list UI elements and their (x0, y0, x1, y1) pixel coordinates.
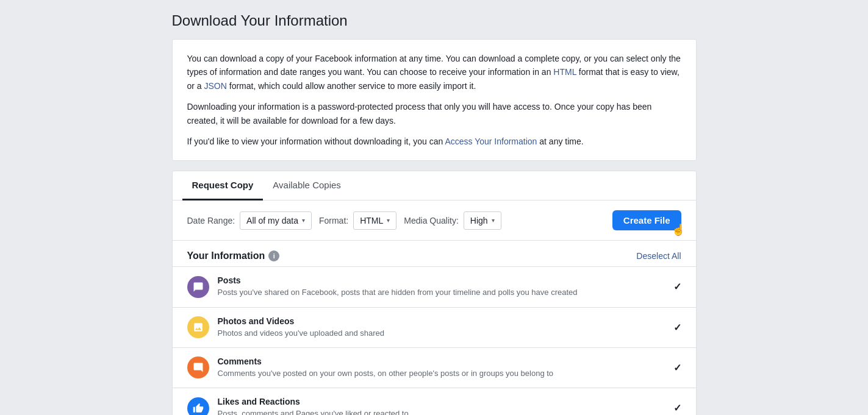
create-file-button[interactable]: Create File (612, 210, 681, 230)
tab-request-copy[interactable]: Request Copy (182, 171, 264, 200)
media-quality-label: Media Quality: (404, 216, 458, 225)
media-quality-chevron-icon: ▾ (492, 217, 495, 224)
format-chevron-icon: ▾ (387, 217, 390, 224)
tabs-container: Request Copy Available Copies (173, 171, 696, 200)
deselect-all-link[interactable]: Deselect All (636, 251, 681, 261)
info-paragraph-3: If you'd like to view your information w… (187, 135, 681, 148)
format-group: Format: HTML ▾ (319, 211, 396, 230)
posts-checkmark[interactable]: ✓ (673, 281, 681, 293)
likes-reactions-checkmark[interactable]: ✓ (673, 402, 681, 414)
date-range-chevron-icon: ▾ (302, 217, 305, 224)
posts-icon (187, 276, 209, 298)
tab-available-copies[interactable]: Available Copies (263, 171, 350, 200)
likes-reactions-title: Likes and Reactions (218, 397, 666, 406)
date-range-group: Date Range: All of my data ▾ (187, 211, 312, 230)
html-format-link[interactable]: HTML (553, 67, 576, 77)
likes-reactions-text: Likes and Reactions Posts, comments and … (218, 397, 666, 415)
likes-reactions-icon (187, 397, 209, 416)
info-paragraph-1: You can download a copy of your Facebook… (187, 52, 681, 93)
comments-description: Comments you've posted on your own posts… (218, 368, 666, 379)
format-value: HTML (360, 216, 383, 225)
info-description-box: You can download a copy of your Facebook… (172, 39, 697, 161)
media-quality-dropdown[interactable]: High ▾ (464, 211, 501, 230)
photos-videos-description: Photos and videos you've uploaded and sh… (218, 328, 666, 339)
comments-title: Comments (218, 356, 666, 366)
format-label: Format: (319, 216, 348, 225)
your-information-header: Your Information i Deselect All (173, 241, 696, 266)
comments-text: Comments Comments you've posted on your … (218, 356, 666, 379)
photos-videos-text: Photos and Videos Photos and videos you'… (218, 316, 666, 339)
photos-videos-icon (187, 316, 209, 338)
your-information-info-icon[interactable]: i (268, 250, 279, 261)
access-your-information-link[interactable]: Access Your Information (445, 137, 537, 146)
likes-reactions-description: Posts, comments and Pages you've liked o… (218, 408, 666, 415)
info-paragraph-2: Downloading your information is a passwo… (187, 100, 681, 127)
json-format-link[interactable]: JSON (204, 81, 227, 91)
posts-title: Posts (218, 275, 666, 285)
date-range-value: All of my data (246, 216, 298, 225)
posts-description: Posts you've shared on Facebook, posts t… (218, 287, 666, 298)
format-dropdown[interactable]: HTML ▾ (353, 211, 396, 230)
your-information-title: Your Information i (187, 250, 280, 261)
your-information-label: Your Information (187, 250, 265, 261)
comments-checkmark[interactable]: ✓ (673, 362, 681, 374)
list-item: Posts Posts you've shared on Facebook, p… (173, 266, 696, 307)
controls-row: Date Range: All of my data ▾ Format: HTM… (173, 200, 696, 241)
photos-videos-title: Photos and Videos (218, 316, 666, 326)
media-quality-value: High (470, 216, 488, 225)
media-quality-group: Media Quality: High ▾ (404, 211, 501, 230)
posts-text: Posts Posts you've shared on Facebook, p… (218, 275, 666, 298)
date-range-label: Date Range: (187, 216, 235, 225)
list-item: Likes and Reactions Posts, comments and … (173, 388, 696, 415)
list-item: Comments Comments you've posted on your … (173, 347, 696, 388)
comments-icon (187, 356, 209, 378)
photos-videos-checkmark[interactable]: ✓ (673, 322, 681, 333)
main-card: Request Copy Available Copies Date Range… (172, 171, 697, 415)
page-title: Download Your Information (172, 12, 697, 29)
date-range-dropdown[interactable]: All of my data ▾ (240, 211, 312, 230)
list-item: Photos and Videos Photos and videos you'… (173, 307, 696, 347)
